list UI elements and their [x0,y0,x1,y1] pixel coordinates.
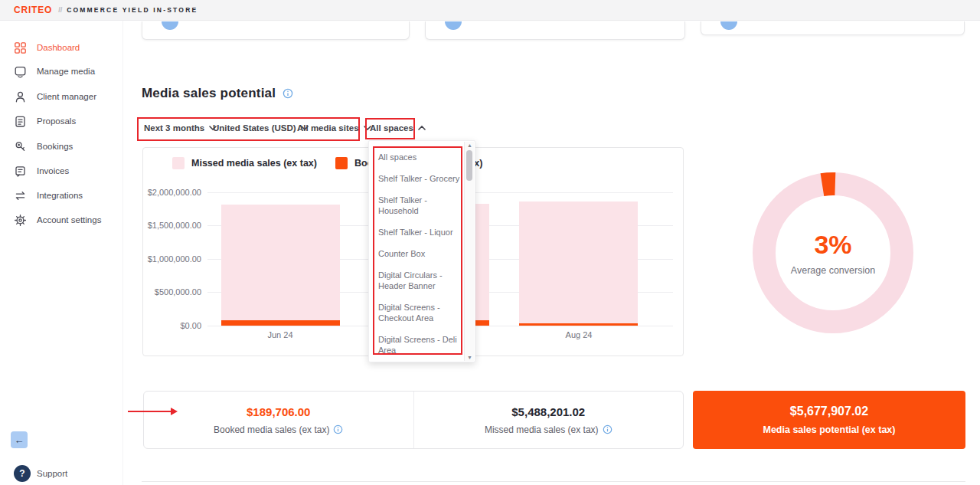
dropdown-option[interactable]: Shelf Talker - Liquor [378,221,461,243]
dropdown-option[interactable]: Shelf Talker - Household [378,189,461,221]
filter-market[interactable]: United States (USD) [213,123,309,133]
filter-spaces-value: All spaces [370,123,413,133]
collapse-sidebar-button[interactable]: ← [11,431,28,448]
info-icon[interactable] [333,424,343,434]
sales-stats-box: $189,706.00 Booked media sales (ex tax) … [143,391,684,449]
y-axis-label: $0.00 [143,321,201,330]
dropdown-scrollbar[interactable]: ▲ ▼ [464,142,474,361]
sidebar-item-label: Proposals [37,116,76,126]
chevron-up-icon [418,126,426,130]
booked-label: Booked media sales (ex tax) [214,424,329,435]
potential-label: Media sales potential (ex tax) [763,424,896,435]
missed-label: Missed media sales (ex tax) [485,424,599,435]
dropdown-option[interactable]: Digital Screens - Checkout Area [378,297,461,329]
y-axis-label: $1,500,000.00 [143,221,201,230]
card-status-icon [445,21,462,30]
dropdown-option[interactable]: Digital Circulars - Header Banner [378,264,461,297]
bookings-icon [14,140,27,153]
page-title: Media sales potential [142,86,276,101]
support-button[interactable]: ? Support [14,465,67,482]
manage-media-icon [14,65,27,78]
x-axis-label: Jun 24 [242,330,318,339]
sidebar-item-label: Dashboard [37,43,80,52]
spaces-option-list: All spaces Shelf Talker - Grocery Shelf … [369,141,475,361]
help-icon: ? [14,465,31,482]
bar-segment [221,205,340,320]
booked-legend-swatch [335,157,348,169]
sidebar-item-client-manager[interactable]: Client manager [14,90,96,103]
scroll-down-icon[interactable]: ▼ [465,355,475,360]
filter-spaces[interactable]: All spaces [370,123,426,133]
back-arrow-icon: ← [15,434,24,446]
app-title: COMMERCE YIELD IN-STORE [67,6,198,14]
x-axis-label: Aug 24 [541,330,617,339]
sidebar-item-label: Bookings [37,142,73,151]
invoices-icon [14,165,27,178]
filter-media-sites-value: All media sites [297,123,359,133]
criteo-logo[interactable]: CRITEO [14,5,52,15]
filter-media-sites[interactable]: All media sites [297,123,371,133]
bar-segment [519,323,638,326]
sidebar-item-integrations[interactable]: Integrations [14,188,83,202]
scroll-up-icon[interactable]: ▲ [465,143,475,148]
sidebar-item-dashboard[interactable]: Dashboard [14,41,80,54]
conversion-caption: Average conversion [749,265,917,276]
dashboard-page: CRITEO // COMMERCE YIELD IN-STORE Dashbo… [0,0,980,485]
sidebar: Dashboard Manage media Client manager Pr… [0,21,123,485]
dropdown-option[interactable]: Counter Box [378,243,461,264]
sidebar-item-label: Client manager [37,92,96,101]
summary-card [142,21,410,40]
filter-market-value: United States (USD) [213,123,296,133]
filter-time-range-value: Next 3 months [144,123,204,133]
scrollbar-thumb[interactable] [466,150,472,181]
app-header: CRITEO // COMMERCE YIELD IN-STORE [0,0,980,21]
y-axis-label: $1,000,000.00 [143,254,201,264]
media-sales-potential-card: $5,677,907.02 Media sales potential (ex … [693,391,965,449]
y-axis-label: $500,000.00 [143,287,201,297]
client-manager-icon [14,90,27,103]
sidebar-item-label: Integrations [37,191,83,200]
bottom-divider [142,481,965,482]
spaces-dropdown-panel: All spaces Shelf Talker - Grocery Shelf … [368,140,475,362]
gear-icon [14,214,27,227]
potential-value: $5,677,907.02 [790,405,868,418]
sidebar-item-label: Invoices [37,166,69,175]
filter-time-range[interactable]: Next 3 months [144,123,217,133]
title-info-icon[interactable] [283,88,293,99]
summary-card [425,21,685,40]
integrations-icon [14,189,27,202]
conversion-value: 3% [749,230,917,260]
info-icon[interactable] [603,424,612,434]
sidebar-item-account-settings[interactable]: Account settings [14,213,101,227]
dashboard-icon [14,41,27,54]
annotation-arrow [128,411,172,412]
logo-separator: // [58,6,62,14]
sidebar-item-manage-media[interactable]: Manage media [14,64,95,78]
proposals-icon [14,115,27,128]
card-status-icon [162,21,178,30]
bar-segment [519,202,638,323]
missed-value: $5,488,201.02 [511,405,585,418]
missed-legend-swatch [172,157,185,169]
dropdown-option[interactable]: All spaces [378,146,461,168]
sidebar-item-proposals[interactable]: Proposals [14,114,76,128]
booked-value: $189,706.00 [247,405,310,418]
bar-segment [221,320,340,326]
sidebar-item-bookings[interactable]: Bookings [14,139,73,153]
dropdown-option[interactable]: Shelf Talker - Grocery [378,168,461,189]
stat-missed: $5,488,201.02 Missed media sales (ex tax… [413,392,684,448]
y-axis-label: $2,000,000.00 [143,188,201,197]
sidebar-item-label: Account settings [37,215,101,224]
dropdown-option[interactable]: Digital Screens - Deli Area [378,329,461,361]
legend-label: Missed media sales (ex tax) [191,158,317,169]
sidebar-item-label: Manage media [37,67,95,76]
legend-item-missed[interactable]: Missed media sales (ex tax) [172,157,317,169]
annotation-arrow-head [171,408,178,415]
summary-card [701,21,965,35]
support-label: Support [37,469,67,478]
card-status-icon [720,21,737,30]
stat-booked: $189,706.00 Booked media sales (ex tax) [144,392,413,448]
sidebar-item-invoices[interactable]: Invoices [14,164,69,178]
